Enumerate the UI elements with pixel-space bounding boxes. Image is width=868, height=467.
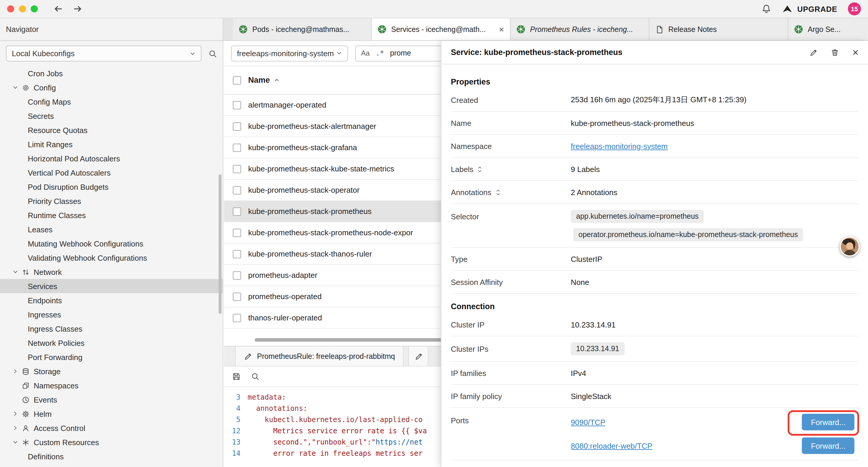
expand-toggle-icon[interactable] [495, 188, 501, 196]
row-checkbox[interactable] [233, 207, 241, 215]
tab-argo-se[interactable]: Argo Se... [788, 18, 868, 40]
select-all-checkbox[interactable] [233, 76, 241, 84]
row-value: 10.233.14.91 [571, 342, 859, 355]
sidebar-item-ingress-classes[interactable]: Ingress Classes [0, 322, 223, 336]
minimize-window-button[interactable] [19, 5, 26, 12]
close-drawer-button[interactable]: × [852, 47, 859, 58]
sidebar-item-endpoints[interactable]: Endpoints [0, 293, 223, 308]
sidebar-toolbar: Local Kubeconfigs [0, 41, 223, 66]
tab-release-notes[interactable]: Release Notes [649, 18, 788, 40]
close-tab-icon[interactable]: × [499, 25, 504, 34]
sidebar-item-validating-webhook-configurations[interactable]: Validating Webhook Configurations [0, 251, 223, 265]
sidebar-item-limit-ranges[interactable]: Limit Ranges [0, 137, 223, 151]
kubeconfig-selector[interactable]: Local Kubeconfigs [6, 46, 202, 61]
row-checkbox[interactable] [233, 271, 241, 279]
chevron-down-icon [336, 50, 342, 56]
sidebar-item-network[interactable]: Network [0, 265, 223, 279]
sidebar-item-priority-classes[interactable]: Priority Classes [0, 194, 223, 208]
save-button[interactable] [232, 372, 241, 381]
back-button[interactable] [53, 4, 63, 13]
sidebar-item-definitions[interactable]: Definitions [0, 449, 223, 463]
sidebar-scrollbar[interactable] [219, 174, 222, 314]
sidebar-item-services[interactable]: Services [0, 279, 223, 293]
sidebar-item-config-maps[interactable]: Config Maps [0, 95, 223, 109]
sidebar-item-events[interactable]: Events [0, 392, 223, 407]
row-label-text: Cluster IPs [451, 344, 488, 353]
row-checkbox[interactable] [233, 165, 241, 173]
tab-services-icecheng-math[interactable]: Services - icecheng@math...× [372, 18, 510, 40]
dock-tab-partial[interactable] [409, 346, 429, 366]
chevron-right-icon[interactable] [11, 411, 20, 417]
sidebar-item-namespaces[interactable]: Namespaces [0, 378, 223, 392]
sidebar-item-storage[interactable]: Storage [0, 364, 223, 378]
forward-button[interactable]: Forward... [802, 414, 855, 430]
forward-button[interactable] [73, 4, 83, 13]
sidebar-item-network-policies[interactable]: Network Policies [0, 336, 223, 350]
selector-badge: operator.prometheus.io/name=kube-prometh… [573, 228, 803, 241]
tab-pods-icecheng-mathmas[interactable]: Pods - icecheng@mathmas... [233, 18, 372, 40]
row-label-text: Annotations [451, 188, 491, 197]
row-checkbox[interactable] [233, 143, 241, 152]
tab-prometheus-rules-icecheng[interactable]: Prometheus Rules - icecheng... [510, 18, 649, 40]
network-icon [20, 268, 31, 276]
chevron-down-icon[interactable] [11, 269, 20, 275]
row-checkbox[interactable] [233, 186, 241, 194]
forward-button[interactable]: Forward... [802, 437, 855, 454]
delete-button[interactable] [831, 48, 839, 56]
chevron-right-icon[interactable] [11, 368, 20, 374]
row-label-text: Session Affinity [451, 278, 503, 286]
sidebar-item-custom-resources[interactable]: Custom Resources [0, 435, 223, 449]
row-checkbox[interactable] [233, 292, 241, 300]
row-checkbox[interactable] [233, 250, 241, 258]
sidebar-item-label: Config Maps [28, 97, 71, 106]
row-checkbox[interactable] [233, 122, 241, 130]
sidebar-search-button[interactable] [209, 49, 217, 58]
sidebar-item-helm[interactable]: Helm [0, 407, 223, 421]
row-checkbox[interactable] [233, 229, 241, 237]
sidebar-item-horizontal-pod-autoscalers[interactable]: Horizontal Pod Autoscalers [0, 151, 223, 166]
app-window: UPGRADE 15 Navigator Pods - icecheng@mat… [0, 0, 868, 467]
sidebar-item-resource-quotas[interactable]: Resource Quotas [0, 123, 223, 137]
sidebar-item-label: Network [34, 267, 62, 276]
namespace-link[interactable]: freeleaps-monitoring-system [571, 142, 668, 150]
row-checkbox[interactable] [233, 101, 241, 109]
port-link[interactable]: 8080:reloader-web/TCP [571, 441, 652, 450]
notification-count-badge[interactable]: 15 [848, 2, 861, 16]
editor-search-button[interactable] [251, 372, 259, 381]
avatar[interactable] [840, 236, 860, 257]
chevron-right-icon[interactable] [11, 425, 20, 431]
regex-toggle[interactable]: .* [375, 49, 384, 57]
sidebar-item-label: Storage [34, 367, 61, 376]
dock-tab-prometheusrule[interactable]: PrometheusRule: freeleaps-prod-rabbitmq [235, 346, 404, 366]
notifications-bell-button[interactable] [762, 4, 771, 13]
navigator-header: Navigator [0, 18, 223, 40]
row-checkbox[interactable] [233, 314, 241, 322]
drawer-row-session-affinity: Session AffinityNone [451, 271, 859, 294]
sidebar-item-port-forwarding[interactable]: Port Forwarding [0, 350, 223, 364]
zoom-window-button[interactable] [31, 5, 38, 12]
close-window-button[interactable] [7, 5, 14, 12]
chevron-down-icon[interactable] [11, 439, 20, 445]
port-link[interactable]: 9090/TCP [571, 418, 606, 427]
upgrade-button[interactable]: UPGRADE [782, 4, 837, 13]
sidebar-item-mutating-webhook-configurations[interactable]: Mutating Webhook Configurations [0, 236, 223, 251]
sidebar-item-ingresses[interactable]: Ingresses [0, 308, 223, 322]
chevron-down-icon[interactable] [11, 85, 20, 90]
column-header-name[interactable]: Name [248, 76, 280, 85]
edit-button[interactable] [810, 48, 818, 56]
upgrade-label: UPGRADE [797, 4, 837, 13]
sidebar-item-cron-jobs[interactable]: Cron Jobs [0, 66, 223, 80]
row-label: Annotations [451, 188, 571, 197]
sidebar-item-leases[interactable]: Leases [0, 222, 223, 236]
sidebar-item-runtime-classes[interactable]: Runtime Classes [0, 208, 223, 222]
sidebar-item-access-control[interactable]: Access Control [0, 421, 223, 435]
pencil-icon [415, 352, 423, 360]
namespace-selector[interactable]: freeleaps-monitoring-system [231, 45, 348, 61]
sidebar-item-secrets[interactable]: Secrets [0, 109, 223, 123]
sidebar-item-pod-disruption-budgets[interactable]: Pod Disruption Budgets [0, 180, 223, 194]
match-case-toggle[interactable]: Aa [361, 49, 370, 57]
sidebar-item-config[interactable]: Config [0, 80, 223, 95]
expand-toggle-icon[interactable] [477, 165, 483, 173]
port-row: 9090/TCPForward... [571, 414, 859, 430]
sidebar-item-vertical-pod-autoscalers[interactable]: Vertical Pod Autoscalers [0, 166, 223, 180]
